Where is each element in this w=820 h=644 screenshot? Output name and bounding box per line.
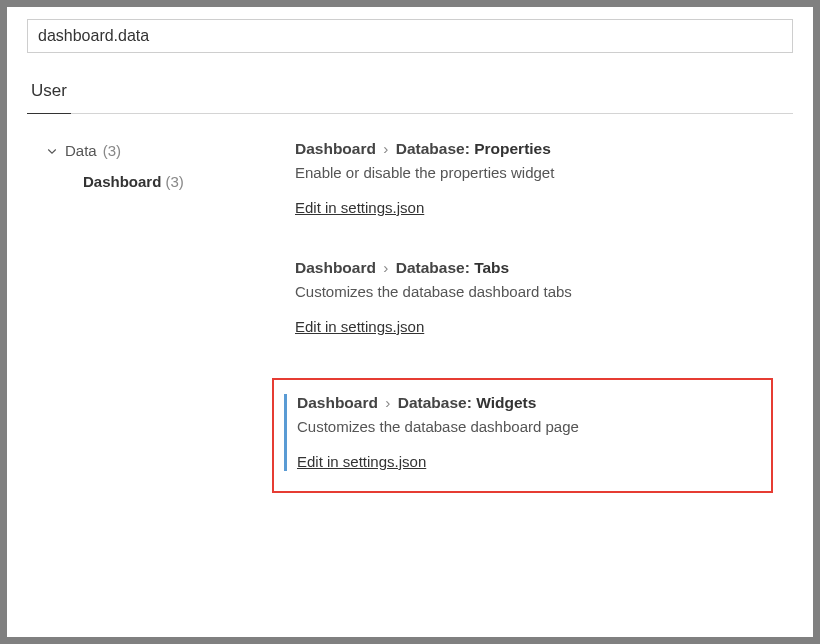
tree-label: Dashboard	[83, 173, 161, 190]
settings-list: Dashboard › Database: Properties Enable …	[287, 134, 793, 493]
highlighted-setting-box: Dashboard › Database: Widgets Customizes…	[272, 378, 773, 493]
tree-label: Data	[65, 142, 97, 159]
setting-item-tabs: Dashboard › Database: Tabs Customizes th…	[287, 259, 793, 336]
sidebar: Data (3) Dashboard (3)	[27, 134, 287, 493]
chevron-down-icon	[45, 144, 59, 158]
tree-count: (3)	[166, 173, 184, 190]
setting-name: Widgets	[476, 394, 536, 411]
tabs-bar: User	[27, 71, 793, 114]
tree-item-dashboard[interactable]: Dashboard (3)	[83, 173, 287, 190]
setting-title: Dashboard › Database: Widgets	[297, 394, 761, 412]
tree-item-data[interactable]: Data (3)	[45, 142, 287, 159]
breadcrumb-part: Database:	[398, 394, 472, 411]
tab-user[interactable]: User	[27, 71, 71, 113]
breadcrumb-part: Database:	[396, 259, 470, 276]
breadcrumb-sep: ›	[383, 259, 388, 276]
edit-in-settings-link[interactable]: Edit in settings.json	[295, 199, 424, 216]
breadcrumb-part: Database:	[396, 140, 470, 157]
edit-in-settings-link[interactable]: Edit in settings.json	[297, 453, 426, 470]
setting-name: Properties	[474, 140, 551, 157]
settings-window: User Data (3) Dashboard (3) Dashboard	[7, 7, 813, 637]
search-input[interactable]	[27, 19, 793, 53]
content-area: Data (3) Dashboard (3) Dashboard › Datab…	[27, 134, 793, 493]
breadcrumb-part: Dashboard	[295, 140, 376, 157]
breadcrumb-sep: ›	[383, 140, 388, 157]
setting-title: Dashboard › Database: Properties	[295, 140, 793, 158]
setting-item-widgets: Dashboard › Database: Widgets Customizes…	[284, 394, 761, 471]
setting-item-properties: Dashboard › Database: Properties Enable …	[287, 140, 793, 217]
setting-description: Customizes the database dashboard tabs	[295, 283, 793, 300]
breadcrumb-part: Dashboard	[297, 394, 378, 411]
setting-name: Tabs	[474, 259, 509, 276]
setting-title: Dashboard › Database: Tabs	[295, 259, 793, 277]
breadcrumb-part: Dashboard	[295, 259, 376, 276]
edit-in-settings-link[interactable]: Edit in settings.json	[295, 318, 424, 335]
tree-count: (3)	[103, 142, 121, 159]
setting-description: Enable or disable the properties widget	[295, 164, 793, 181]
setting-description: Customizes the database dashboard page	[297, 418, 761, 435]
breadcrumb-sep: ›	[385, 394, 390, 411]
